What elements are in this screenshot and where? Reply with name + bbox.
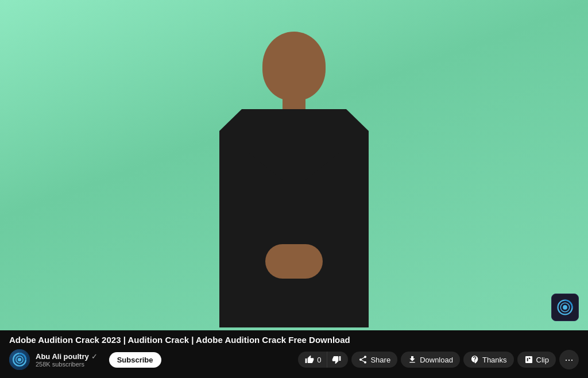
video-title: Adobe Audition Crack 2023 | Audition Cra… <box>0 330 588 347</box>
like-button[interactable]: 0 <box>298 352 327 368</box>
end-card-icon[interactable] <box>551 294 579 321</box>
thanks-button[interactable]: Thanks <box>463 352 514 368</box>
person-figure <box>196 20 392 330</box>
svg-point-2 <box>563 305 567 310</box>
action-buttons: 0 Share Download <box>298 350 579 369</box>
download-label: Download <box>420 356 453 364</box>
more-button[interactable]: ··· <box>559 350 579 369</box>
person-head <box>262 32 326 101</box>
thanks-label: Thanks <box>482 356 507 364</box>
channel-avatar[interactable] <box>9 349 30 370</box>
more-dots: ··· <box>564 354 573 365</box>
share-icon <box>358 355 368 364</box>
clip-icon <box>524 355 533 364</box>
person-hands <box>265 244 323 279</box>
video-info-bar: Adobe Audition Crack 2023 | Audition Cra… <box>0 330 588 375</box>
clip-label: Clip <box>536 356 549 364</box>
avatar-inner <box>9 349 30 370</box>
share-button[interactable]: Share <box>351 352 397 368</box>
clip-button[interactable]: Clip <box>517 352 556 368</box>
share-label: Share <box>370 356 390 364</box>
video-player[interactable] <box>0 0 588 330</box>
svg-point-5 <box>18 358 21 361</box>
person-jacket <box>219 109 369 327</box>
thumbs-up-icon <box>305 355 314 364</box>
like-count: 0 <box>317 356 321 364</box>
thumbs-down-icon <box>332 355 341 364</box>
like-dislike-group: 0 <box>298 352 348 368</box>
channel-name-row: Abu Ali poultry ✓ <box>36 352 98 361</box>
download-button[interactable]: Download <box>401 352 460 368</box>
channel-info: Abu Ali poultry ✓ 258K subscribers <box>36 352 98 368</box>
channel-row: Abu Ali poultry ✓ 258K subscribers Subsc… <box>0 347 588 375</box>
subscribe-button[interactable]: Subscribe <box>109 352 161 368</box>
channel-left-section: Abu Ali poultry ✓ 258K subscribers Subsc… <box>9 349 161 370</box>
subscriber-count: 258K subscribers <box>36 361 98 368</box>
verified-icon: ✓ <box>91 352 98 361</box>
download-icon <box>408 355 417 364</box>
channel-name[interactable]: Abu Ali poultry <box>36 352 89 361</box>
thanks-icon <box>470 355 479 364</box>
dislike-button[interactable] <box>327 352 348 368</box>
